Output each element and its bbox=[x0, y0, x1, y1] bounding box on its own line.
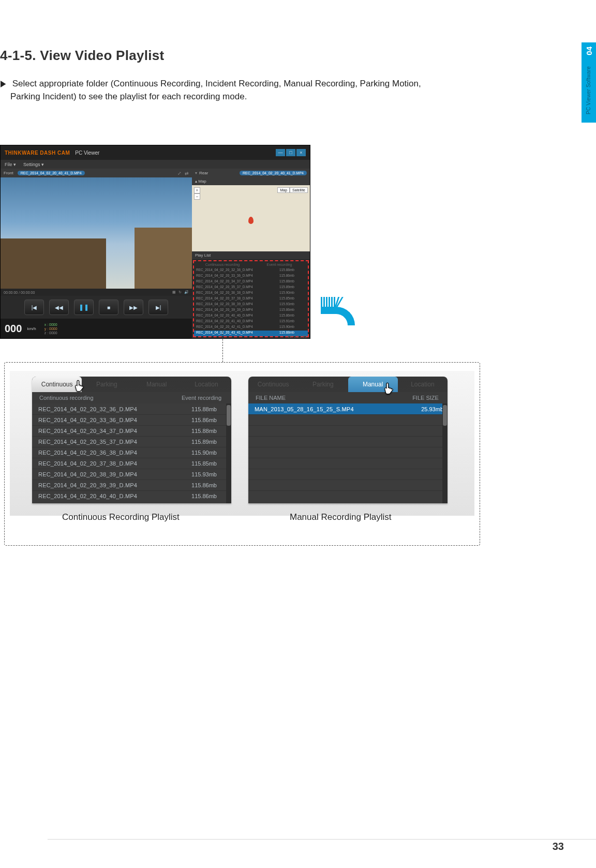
forward-button[interactable]: ▶▶ bbox=[124, 300, 143, 315]
continuous-caption: Continuous Recording Playlist bbox=[62, 512, 180, 522]
mini-row-size: 115.91mb bbox=[272, 319, 296, 325]
scroll-thumb[interactable] bbox=[227, 405, 231, 426]
scroll-thumb[interactable] bbox=[443, 405, 447, 426]
mini-playlist-row[interactable]: REC_2014_04_02_20_33_36_D.MP4115.86mb bbox=[194, 274, 308, 279]
triangle-bullet-icon: ▶ bbox=[1, 78, 6, 91]
mini-playlist-row[interactable]: REC_2014_04_02_20_41_40_D.MP4115.91mb bbox=[194, 319, 308, 325]
row-filename: REC_2014_04_02_20_37_38_D.MP4 bbox=[32, 460, 177, 467]
mini-col-cont[interactable]: Continuous recording bbox=[194, 261, 251, 268]
viewer-right-pane: ▾ Rear REC_2014_04_02_20_40_41_D.MP4 Map… bbox=[192, 169, 310, 338]
scrollbar[interactable] bbox=[226, 403, 231, 503]
rewind-button[interactable]: ◀◀ bbox=[49, 300, 69, 315]
snap-icon[interactable]: ▦ bbox=[172, 290, 176, 294]
playlist-row[interactable]: REC_2014_04_02_20_32_36_D.MP4115.88mb bbox=[32, 403, 231, 414]
mini-playlist-row[interactable]: REC_2014_04_02_20_39_39_D.MP4115.86mb bbox=[194, 308, 308, 313]
playlist-tab-location[interactable]: Location bbox=[182, 377, 231, 392]
minimize-button[interactable]: — bbox=[276, 149, 285, 156]
mini-col-evt[interactable]: Event recording bbox=[251, 261, 308, 268]
playlist-tab-continuous[interactable]: Continuous bbox=[32, 377, 82, 392]
stop-button[interactable]: ■ bbox=[99, 300, 118, 315]
mini-row-filename: REC_2014_04_02_20_32_36_D.MP4 bbox=[194, 268, 272, 274]
window-controls: — □ × bbox=[276, 149, 306, 156]
pause-button[interactable]: ❚❚ bbox=[74, 300, 94, 315]
playlist-row[interactable]: REC_2014_04_02_20_36_38_D.MP4115.90mb bbox=[32, 447, 231, 458]
mini-playlist-row[interactable]: REC_2014_04_02_20_32_36_D.MP4115.88mb bbox=[194, 268, 308, 274]
map-header[interactable]: Map bbox=[195, 179, 206, 184]
repeat-icon[interactable]: ↻ bbox=[178, 290, 182, 294]
prev-button[interactable]: |◀ bbox=[24, 300, 44, 315]
map-panel[interactable]: Map Satellite + − bbox=[192, 185, 310, 252]
mini-row-size: 115.88mb bbox=[272, 279, 296, 285]
playlist-row[interactable]: REC_2014_04_02_20_37_38_D.MP4115.85mb bbox=[32, 458, 231, 469]
playlist-row-empty bbox=[248, 436, 448, 447]
playlist-row[interactable]: REC_2014_04_02_20_35_37_D.MP4115.89mb bbox=[32, 436, 231, 447]
mini-row-filename: REC_2014_04_02_20_43_41_D.MP4 bbox=[194, 331, 272, 336]
row-size: 115.85mb bbox=[177, 460, 231, 467]
mini-row-size: 115.86mb bbox=[272, 308, 296, 313]
playlist-row-empty bbox=[248, 490, 448, 501]
playlist-row[interactable]: REC_2014_04_02_20_38_39_D.MP4115.93mb bbox=[32, 469, 231, 480]
manual-caption: Manual Recording Playlist bbox=[290, 512, 392, 522]
row-size: 115.88mb bbox=[177, 406, 231, 412]
rear-file-chip[interactable]: REC_2014_04_02_20_40_41_D.MP4 bbox=[240, 171, 307, 175]
col-continuous: Continuous recording bbox=[32, 392, 172, 403]
mini-playlist-row[interactable]: REC_2014_04_02_20_36_38_D.MP4115.90mb bbox=[194, 291, 308, 296]
mini-playlist-row[interactable]: REC_2014_04_02_20_35_37_D.MP4115.89mb bbox=[194, 285, 308, 291]
mini-playlist-row[interactable]: REC_2014_04_02_20_38_39_D.MP4115.93mb bbox=[194, 302, 308, 308]
playlist-row[interactable]: REC_2014_04_02_20_33_36_D.MP4115.86mb bbox=[32, 414, 231, 425]
playlist-row[interactable]: MAN_2013_05_28_16_15_25_S.MP425.93mb bbox=[248, 403, 448, 414]
scrollbar[interactable] bbox=[442, 403, 448, 503]
mini-playlist-row[interactable]: REC_2014_04_02_20_42_41_D.MP4115.90mb bbox=[194, 325, 308, 331]
playlist-tab-parking[interactable]: Parking bbox=[298, 377, 348, 392]
playlist-tab-continuous[interactable]: Continuous bbox=[248, 377, 298, 392]
bullet-line1: Select appropriate folder (Continuous Re… bbox=[12, 79, 421, 88]
brand-label: THINKWARE DASH CAM bbox=[5, 150, 70, 156]
section-name: PC Viewer Software bbox=[586, 66, 591, 114]
continuous-file-list[interactable]: REC_2014_04_02_20_32_36_D.MP4115.88mbREC… bbox=[32, 403, 231, 503]
mini-row-size: 115.90mb bbox=[272, 291, 296, 296]
viewer-titlebar: THINKWARE DASH CAM PC Viewer — □ × bbox=[1, 145, 310, 160]
next-button[interactable]: ▶| bbox=[148, 300, 168, 315]
mini-row-size: 115.88mb bbox=[272, 268, 296, 274]
viewer-screenshot: THINKWARE DASH CAM PC Viewer — □ × File … bbox=[0, 145, 310, 339]
playlist-row-empty bbox=[248, 480, 448, 490]
row-filename: MAN_2013_05_28_16_15_25_S.MP4 bbox=[248, 406, 409, 412]
maximize-button[interactable]: □ bbox=[286, 149, 295, 156]
rear-collapse-icon[interactable]: ▾ bbox=[195, 171, 197, 175]
mini-row-filename: REC_2014_04_02_20_40_40_D.MP4 bbox=[194, 313, 272, 319]
row-size: 115.93mb bbox=[177, 471, 231, 477]
playlist-row-empty bbox=[248, 458, 448, 469]
playlist-tab-manual[interactable]: Manual bbox=[348, 377, 398, 392]
mini-playlist-row[interactable]: REC_2014_04_02_20_37_38_D.MP4115.85mb bbox=[194, 296, 308, 302]
playlist-row[interactable]: REC_2014_04_02_20_39_39_D.MP4115.86mb bbox=[32, 480, 231, 490]
mini-playlist-row[interactable]: REC_2014_04_02_20_34_37_D.MP4115.88mb bbox=[194, 279, 308, 285]
playlist-tab-parking[interactable]: Parking bbox=[82, 377, 131, 392]
speed-value: 000 bbox=[5, 323, 22, 335]
gsensor-y: y : 0000 bbox=[44, 327, 57, 331]
volume-icon[interactable]: 🔊 bbox=[184, 290, 189, 294]
front-file-chip[interactable]: REC_2014_04_02_20_40_41_D.MP4 bbox=[18, 171, 85, 175]
playlist-row[interactable]: REC_2014_04_02_20_40_40_D.MP4115.86mb bbox=[32, 490, 231, 501]
mini-playlist-row[interactable]: REC_2014_04_02_20_40_40_D.MP4115.86mb bbox=[194, 313, 308, 319]
playlist-tab-manual[interactable]: Manual bbox=[132, 377, 182, 392]
fullscreen-icon[interactable]: ⤢ bbox=[177, 171, 182, 176]
mini-row-filename: REC_2014_04_02_20_42_41_D.MP4 bbox=[194, 325, 272, 331]
zoom-in-button[interactable]: + bbox=[194, 187, 200, 193]
close-button[interactable]: × bbox=[296, 149, 306, 156]
playlist-header: Play List bbox=[195, 253, 211, 258]
playlist-tab-location[interactable]: Location bbox=[398, 377, 448, 392]
zoom-out-button[interactable]: − bbox=[194, 193, 200, 200]
map-toggle-map[interactable]: Map bbox=[277, 187, 290, 193]
map-toggle-satellite[interactable]: Satellite bbox=[290, 187, 308, 193]
row-size: 25.93mb bbox=[409, 406, 448, 412]
manual-file-list[interactable]: MAN_2013_05_28_16_15_25_S.MP425.93mb bbox=[248, 403, 448, 503]
playlist-row[interactable]: REC_2014_04_02_20_34_37_D.MP4115.88mb bbox=[32, 425, 231, 436]
menu-settings[interactable]: Settings ▾ bbox=[23, 162, 44, 167]
front-video[interactable] bbox=[1, 177, 192, 289]
bullet-paragraph: ▶ Select appropriate folder (Continuous … bbox=[0, 78, 466, 103]
menu-file[interactable]: File ▾ bbox=[5, 162, 16, 167]
row-size: 115.86mb bbox=[177, 493, 231, 499]
mini-row-filename: REC_2014_04_02_20_35_37_D.MP4 bbox=[194, 285, 272, 291]
playlist-row-empty bbox=[248, 414, 448, 425]
aspect-icon[interactable]: ⇄ bbox=[185, 171, 189, 176]
